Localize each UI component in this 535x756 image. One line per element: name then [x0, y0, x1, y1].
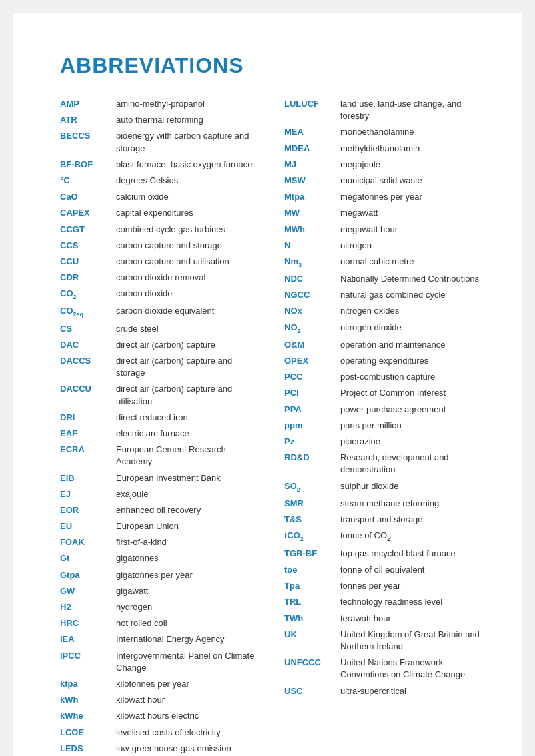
- abbr-value: parts per million: [340, 420, 482, 432]
- list-item: EUEuropean Union: [60, 520, 257, 532]
- abbr-value: ultra-supercritical: [340, 685, 482, 697]
- abbr-value: gigawatt: [116, 585, 257, 597]
- list-item: EJexajoule: [60, 488, 257, 500]
- abbr-value: direct air (carbon) capture and utilisat…: [116, 383, 257, 407]
- abbr-key: NDC: [284, 273, 338, 285]
- abbr-key: UK: [284, 629, 338, 641]
- abbr-key: NO2: [284, 322, 338, 335]
- abbr-key: °C: [60, 175, 113, 187]
- list-item: Tpatonnes per year: [284, 580, 482, 592]
- list-item: DACdirect air (carbon) capture: [60, 339, 257, 351]
- list-item: PCCpost-combustion capture: [284, 371, 482, 383]
- abbr-key: PCC: [284, 371, 338, 383]
- abbr-value: European Union: [116, 520, 257, 532]
- list-item: MWmegawatt: [284, 207, 482, 219]
- list-item: SMRsteam methane reforming: [284, 498, 482, 510]
- list-item: toetonne of oil equivalent: [284, 564, 482, 576]
- list-item: CScrude steel: [60, 323, 257, 335]
- abbr-value: capital expenditures: [116, 207, 257, 219]
- abbr-value: gigatonnes per year: [116, 569, 257, 581]
- list-item: Nm3normal cubic metre: [284, 256, 482, 269]
- abbr-value: carbon dioxide removal: [116, 272, 257, 284]
- abbr-value: exajoule: [116, 488, 257, 500]
- abbr-key: IPCC: [60, 650, 113, 662]
- list-item: CO2carbon dioxide: [60, 288, 257, 301]
- list-item: BECCSbioenergy with carbon capture and s…: [60, 130, 257, 154]
- abbr-key: DAC: [60, 339, 113, 351]
- abbr-key: LEDS: [60, 743, 113, 755]
- abbr-value: hot rolled coil: [116, 617, 257, 629]
- list-item: Pzpiperazine: [284, 436, 482, 448]
- list-item: UKUnited Kingdom of Great Britain and No…: [284, 629, 482, 653]
- page-title: ABBREVIATIONS: [60, 53, 482, 78]
- abbr-key: BF-BOF: [60, 159, 113, 171]
- abbr-value: megawatt hour: [340, 224, 482, 236]
- list-item: SO2sulphur dioxide: [284, 480, 482, 494]
- abbr-value: crude steel: [116, 323, 257, 335]
- list-item: GWgigawatt: [60, 585, 257, 597]
- abbr-value: Nationally Determined Contributions: [340, 273, 482, 285]
- abbr-value: land use, land-use change, and forestry: [340, 98, 482, 122]
- abbr-value: amino-methyl-propanol: [116, 98, 257, 110]
- abbr-value: kilowatt hours electric: [116, 710, 257, 722]
- list-item: PCIProject of Common Interest: [284, 387, 482, 399]
- list-item: NDCNationally Determined Contributions: [284, 273, 482, 285]
- abbr-key: ATR: [60, 114, 113, 126]
- abbr-key: CO2eq: [60, 305, 113, 318]
- list-item: tCO2tonne of CO2: [284, 530, 482, 544]
- abbr-value: carbon dioxide: [116, 288, 257, 300]
- list-item: CCGTcombined cycle gas turbines: [60, 224, 257, 236]
- abbr-key: CS: [60, 323, 113, 335]
- list-item: kWhekilowatt hours electric: [60, 710, 257, 722]
- list-item: ECRAEuropean Cement Research Academy: [60, 444, 257, 468]
- abbr-key: T&S: [284, 514, 338, 526]
- abbr-value: tonnes per year: [340, 580, 482, 592]
- right-column: LULUCFland use, land-use change, and for…: [284, 98, 482, 756]
- list-item: Gtpagigatonnes per year: [60, 569, 257, 581]
- abbr-value: nitrogen oxides: [340, 305, 482, 317]
- list-item: CaOcalcium oxide: [60, 191, 257, 203]
- abbr-key: Nm3: [284, 256, 338, 269]
- list-item: Gtgigatonnes: [60, 552, 257, 564]
- list-item: DACCSdirect air (carbon) capture and sto…: [60, 355, 257, 379]
- abbr-value: auto thermal reforming: [116, 114, 257, 126]
- abbr-value: transport and storage: [340, 514, 482, 526]
- list-item: RD&DResearch, development and demonstrat…: [284, 452, 482, 476]
- abbr-key: IEA: [60, 633, 113, 645]
- abbr-value: piperazine: [340, 436, 482, 448]
- abbr-value: bioenergy with carbon capture and storag…: [116, 130, 257, 154]
- list-item: MWhmegawatt hour: [284, 224, 482, 236]
- abbr-value: operation and maintenance: [340, 339, 482, 351]
- abbr-key: CCGT: [60, 224, 113, 236]
- abbr-key: DACCS: [60, 355, 113, 367]
- abbr-key: BECCS: [60, 130, 113, 142]
- abbr-value: direct air (carbon) capture and storage: [116, 355, 257, 379]
- abbr-value: kilowatt hour: [116, 694, 257, 706]
- abbr-value: carbon capture and utilisation: [116, 256, 257, 268]
- abbr-key: EJ: [60, 488, 113, 500]
- list-item: USCultra-supercritical: [284, 685, 482, 697]
- list-item: LCOElevelised costs of electricity: [60, 727, 257, 739]
- list-item: FOAKfirst-of-a-kind: [60, 536, 257, 548]
- abbr-key: LCOE: [60, 727, 113, 739]
- abbr-key: MEA: [284, 126, 338, 138]
- abbr-key: CCU: [60, 256, 113, 268]
- abbr-value: operating expenditures: [340, 355, 482, 367]
- list-item: T&Stransport and storage: [284, 514, 482, 526]
- list-item: O&Moperation and maintenance: [284, 339, 482, 351]
- abbr-key: MW: [284, 207, 338, 219]
- abbr-value: nitrogen dioxide: [340, 322, 482, 334]
- abbr-value: megatonnes per year: [340, 191, 482, 203]
- abbr-value: tonne of CO2: [340, 530, 482, 544]
- list-item: EAFelectric arc furnace: [60, 428, 257, 440]
- list-item: Mtpamegatonnes per year: [284, 191, 482, 203]
- abbr-key: MWh: [284, 224, 338, 236]
- abbr-value: combined cycle gas turbines: [116, 224, 257, 236]
- abbr-value: electric arc furnace: [116, 428, 257, 440]
- abbr-key: EOR: [60, 504, 113, 516]
- list-item: LULUCFland use, land-use change, and for…: [284, 98, 482, 122]
- abbr-key: EU: [60, 520, 113, 532]
- abbr-value: technology readiness level: [340, 596, 482, 608]
- abbr-key: CDR: [60, 272, 113, 284]
- abbr-value: blast furnace–basic oxygen furnace: [116, 159, 257, 171]
